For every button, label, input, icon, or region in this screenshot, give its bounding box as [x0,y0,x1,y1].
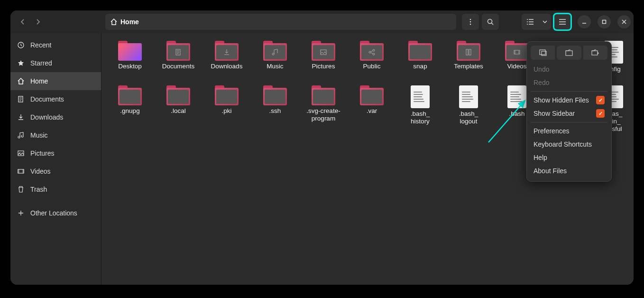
path-bar[interactable]: Home [105,14,456,30]
list-view-button[interactable] [522,14,539,30]
menu-help[interactable]: Help [531,151,607,164]
file-label: .bash [509,110,524,125]
menu-label: Keyboard Shortcuts [534,140,592,148]
view-dropdown-button[interactable] [539,14,551,30]
folder-icon [118,85,142,105]
sidebar-item-trash[interactable]: Trash [10,180,101,198]
menu-separator [531,122,607,122]
file-item[interactable]: Desktop [106,39,154,83]
back-button[interactable] [15,14,30,30]
sidebar-item-starred[interactable]: Starred [10,54,101,72]
sidebar-item-other-locations[interactable]: Other Locations [10,204,101,222]
sidebar-label: Videos [30,168,51,175]
sidebar-label: Pictures [30,149,55,157]
svg-point-14 [373,53,375,55]
menu-label: Help [534,154,547,161]
folder-icon [166,85,190,105]
pictures-icon [17,149,25,157]
svg-point-0 [470,19,471,20]
file-item[interactable]: .ssh [251,84,299,135]
file-item[interactable]: .bash_ logout [445,84,492,135]
file-label: .gnupg [120,107,139,122]
sidebar-label: Documents [30,95,64,103]
file-item[interactable]: .gnupg [106,84,154,135]
file-item[interactable]: .pki [203,84,250,135]
folder-icon [263,41,287,61]
svg-rect-15 [466,49,468,55]
checkbox-checked-icon: ✓ [596,96,605,104]
file-item[interactable]: Pictures [300,39,347,83]
file-item[interactable]: .bash_ history [396,84,444,135]
menu-keyboard-shortcuts[interactable]: Keyboard Shortcuts [531,138,607,151]
sidebar-item-pictures[interactable]: Pictures [10,144,101,162]
folder-icon [457,41,480,61]
file-item[interactable]: Music [251,39,299,83]
file-item[interactable]: snap [396,39,444,83]
svg-point-1 [470,21,471,23]
hamburger-menu-popover: Undo Redo Show Hidden Files✓ Show Sideba… [526,41,612,182]
sidebar-item-documents[interactable]: Documents [10,90,101,108]
minimize-button[interactable] [578,15,591,28]
view-switcher [522,14,551,30]
file-icon [507,85,526,108]
titlebar: Home [10,10,634,33]
file-label: .svg-create-program [301,107,346,122]
file-label: .pki [221,107,231,122]
file-label: .ssh [269,107,281,122]
file-item[interactable]: .svg-create-program [300,84,347,135]
menu-show-sidebar[interactable]: Show Sidebar✓ [531,107,607,120]
new-tab-button[interactable] [557,46,581,60]
maximize-button[interactable] [598,15,611,28]
sidebar-label: Downloads [30,113,63,121]
menu-label: Undo [534,65,549,73]
menu-show-hidden-files[interactable]: Show Hidden Files✓ [531,93,607,107]
svg-point-2 [470,24,471,25]
sidebar-label: Other Locations [30,209,77,217]
menu-undo: Undo [531,63,607,76]
file-label: .local [171,107,186,122]
forward-button[interactable] [30,14,46,30]
hamburger-menu-button[interactable] [554,14,571,30]
menu-preferences[interactable]: Preferences [531,124,607,138]
sidebar-item-music[interactable]: Music [10,126,101,144]
sidebar-label: Starred [30,59,52,67]
clock-icon [17,41,25,49]
file-label: Downloads [211,63,243,78]
sidebar-item-recent[interactable]: Recent [10,36,101,54]
folder-icon [118,41,142,61]
search-button[interactable] [482,14,499,30]
plus-icon [17,209,25,217]
star-icon [17,59,25,67]
sidebar-item-videos[interactable]: Videos [10,162,101,180]
file-item[interactable]: Downloads [203,39,250,83]
videos-icon [17,168,25,175]
file-item[interactable]: .local [155,84,202,135]
trash-icon [17,186,25,193]
file-label: snap [413,63,427,78]
menu-label: Redo [534,79,549,86]
file-label: Templates [454,63,483,78]
folder-icon [408,41,432,61]
menu-about[interactable]: About Files [531,164,607,177]
kebab-menu-button[interactable] [462,14,479,30]
documents-icon [17,95,25,103]
file-item[interactable]: Templates [445,39,492,83]
new-folder-button[interactable] [583,46,607,60]
file-item[interactable]: Documents [155,39,202,83]
file-item[interactable]: .var [348,84,396,135]
sidebar-item-home[interactable]: Home [10,72,101,90]
svg-rect-21 [592,51,598,55]
file-item[interactable]: Public [348,39,396,83]
downloads-icon [17,113,25,121]
menu-window-actions [531,46,607,60]
file-label: Desktop [118,63,142,78]
folder-icon [312,41,335,61]
folder-icon [215,85,239,105]
close-button[interactable] [617,15,631,28]
file-label: .bash_ history [411,110,430,125]
file-label: Public [363,63,381,78]
menu-label: Preferences [534,127,569,135]
sidebar-item-downloads[interactable]: Downloads [10,108,101,126]
menu-label: Show Sidebar [534,110,575,117]
new-window-button[interactable] [531,46,555,60]
